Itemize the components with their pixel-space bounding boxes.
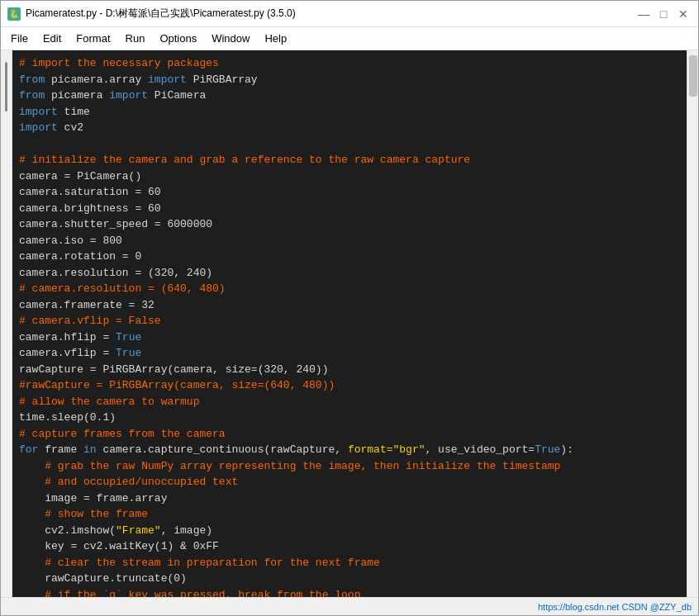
code-line-15: # camera.resolution = (640, 480) [19,281,680,297]
maximize-button[interactable]: □ [655,6,672,22]
watermark-text: https://blog.csdn.net CSDN @ZZY_db [538,602,692,612]
code-line-18: camera.hflip = True [19,329,680,346]
code-line-2: from picamera.array import PiRGBArray [19,72,680,88]
code-line-11: camera.shutter_speed = 6000000 [19,216,680,233]
code-line-24: # capture frames from the camera [19,426,680,443]
minimize-button[interactable]: — [635,6,652,22]
code-line-20: rawCapture = PiRGBArray(camera, size=(32… [19,362,680,378]
code-line-8: camera = PiCamera() [19,168,680,185]
menu-edit[interactable]: Edit [36,31,68,46]
code-line-29: # show the frame [19,506,680,523]
code-line-22: # allow the camera to warmup [19,394,680,410]
menu-bar: File Edit Format Run Options Window Help [1,27,698,50]
code-line-25: for frame in camera.capture_continuous(r… [19,442,680,458]
scroll-thumb[interactable] [689,55,697,97]
app-icon: 🐍 [7,7,21,21]
code-line-3: from picamera import PiCamera [19,88,680,104]
code-line-9: camera.saturation = 60 [19,184,680,201]
left-gutter [1,50,12,597]
code-content: # import the necessary packages from pic… [12,54,687,597]
code-line-7: # initialize the camera and grab a refer… [19,152,680,168]
main-window: 🐍 Picameratest.py - D:\树莓派\自己实践\Picamera… [0,0,699,616]
code-line-16: camera.framerate = 32 [19,297,680,314]
code-line-5: import cv2 [19,120,680,136]
code-line-32: # clear the stream in preparation for th… [19,555,680,571]
code-line-4: import time [19,104,680,121]
menu-help[interactable]: Help [258,31,293,46]
code-line-31: key = cv2.waitKey(1) & 0xFF [19,538,680,555]
code-line-33: rawCapture.truncate(0) [19,571,680,587]
code-line-12: camera.iso = 800 [19,233,680,249]
code-line-14: camera.resolution = (320, 240) [19,265,680,282]
close-button[interactable]: ✕ [675,6,692,22]
menu-file[interactable]: File [4,31,35,46]
menu-format[interactable]: Format [69,31,116,46]
code-line-26: # grab the raw NumPy array representing … [19,458,680,475]
code-line-27: # and occupied/unoccupied text [19,474,680,490]
menu-options[interactable]: Options [153,31,203,46]
code-line-28: image = frame.array [19,490,680,507]
code-editor[interactable]: # import the necessary packages from pic… [12,50,687,597]
status-bar: https://blog.csdn.net CSDN @ZZY_db [1,597,698,615]
menu-run[interactable]: Run [119,31,152,46]
window-controls[interactable]: — □ ✕ [635,6,692,22]
code-line-1: # import the necessary packages [19,55,680,72]
code-line-30: cv2.imshow("Frame", image) [19,523,680,539]
menu-window[interactable]: Window [205,31,256,46]
editor-area: # import the necessary packages from pic… [1,50,698,597]
code-line-17: # camera.vflip = False [19,313,680,329]
title-bar: 🐍 Picameratest.py - D:\树莓派\自己实践\Picamera… [1,1,698,27]
code-line-21: #rawCapture = PiRGBArray(camera, size=(6… [19,377,680,394]
title-left: 🐍 Picameratest.py - D:\树莓派\自己实践\Picamera… [7,7,296,21]
code-line-34: # if the `q` key was pressed, break from… [19,587,680,598]
code-line-6 [19,136,680,153]
code-line-13: camera.rotation = 0 [19,249,680,265]
scrollbar-right[interactable] [687,50,698,597]
code-line-10: camera.brightness = 60 [19,201,680,217]
code-line-19: camera.vflip = True [19,345,680,362]
code-line-23: time.sleep(0.1) [19,410,680,426]
window-title: Picameratest.py - D:\树莓派\自己实践\Picamerate… [26,7,296,21]
